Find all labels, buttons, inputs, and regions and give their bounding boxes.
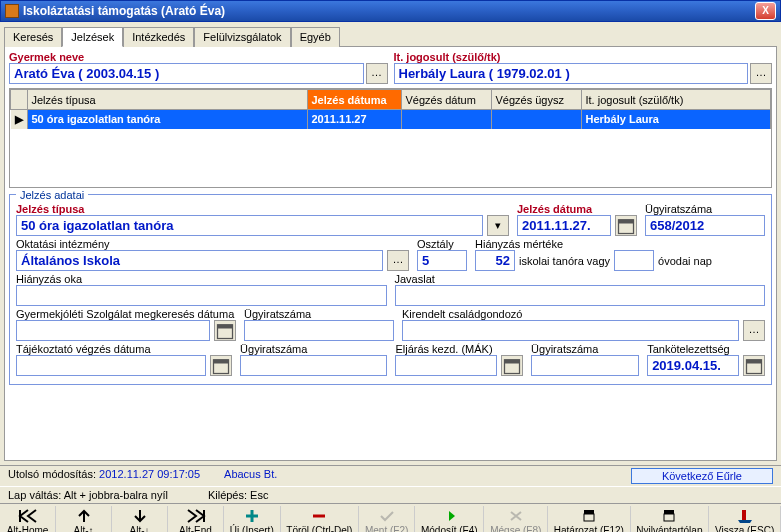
absence-lessons-input[interactable]: 52 xyxy=(475,250,515,271)
mak-calendar-button[interactable] xyxy=(501,355,523,376)
lastmod-value: 2012.11.27 09:17:05 xyxy=(99,468,200,480)
tab-kereses[interactable]: Keresés xyxy=(4,27,62,47)
mak-date-input[interactable] xyxy=(395,355,497,376)
child-name-label: Gyermek neve xyxy=(9,51,388,63)
svg-rect-3 xyxy=(218,324,233,328)
gysz-caseno-input[interactable] xyxy=(244,320,394,341)
absence-days-input[interactable] xyxy=(614,250,654,271)
mak-caseno-label: Ügyiratszáma xyxy=(531,343,639,355)
nav-first-button[interactable]: Alt-Home xyxy=(0,506,56,532)
guardian-label: It. jogosult (szülő/tk) xyxy=(394,51,773,63)
svg-rect-14 xyxy=(742,510,746,520)
company-label: Abacus Bt. xyxy=(224,468,277,484)
tab-felulvizsgalatok[interactable]: Felülvizsgálatok xyxy=(194,27,290,47)
registry-button[interactable]: Nyilvántartólap xyxy=(631,506,710,532)
type-label: Jelzés típusa xyxy=(16,203,509,215)
gysz-label: Gyermekjóléti Szolgálat megkeresés dátum… xyxy=(16,308,236,320)
hint-bar: Lap váltás: Alt + jobbra-balra nyíl Kilé… xyxy=(0,486,781,503)
svg-rect-13 xyxy=(664,510,674,514)
tab-panel: Gyermek neve Arató Éva ( 2003.04.15 ) … … xyxy=(4,46,777,461)
child-name-picker[interactable]: … xyxy=(366,63,388,84)
mak-label: Eljárás kezd. (MÁK) xyxy=(395,343,523,355)
status-bar: Utolsó módosítás: 2012.11.27 09:17:05 Ab… xyxy=(0,465,781,486)
taj-caseno-input[interactable] xyxy=(240,355,387,376)
kirendelt-picker[interactable]: … xyxy=(743,320,765,341)
class-input[interactable]: 5 xyxy=(417,250,467,271)
guardian-value: Herbály Laura ( 1979.02.01 ) xyxy=(394,63,749,84)
cancel-button[interactable]: Mégse (F8) xyxy=(484,506,548,532)
mak-caseno-input[interactable] xyxy=(531,355,639,376)
col-date[interactable]: Jelzés dátuma xyxy=(307,90,401,110)
proposal-input[interactable] xyxy=(395,285,766,306)
absence-amount-label: Hiányzás mértéke xyxy=(475,238,765,250)
taj-date-input[interactable] xyxy=(16,355,206,376)
bottom-toolbar: Alt-Home Alt-↑ Alt-↓ Alt-End Új (Insert)… xyxy=(0,503,781,532)
tankot-input[interactable]: 2019.04.15. xyxy=(647,355,739,376)
col-type[interactable]: Jelzés típusa xyxy=(27,90,307,110)
signals-table[interactable]: Jelzés típusa Jelzés dátuma Végzés dátum… xyxy=(9,88,772,188)
row-indicator-header xyxy=(11,90,28,110)
school-input[interactable]: Általános Iskola xyxy=(16,250,383,271)
absence-days-suffix: óvodai nap xyxy=(658,255,712,267)
caseno-input[interactable]: 658/2012 xyxy=(645,215,765,236)
type-input[interactable]: 50 óra igazolatlan tanóra xyxy=(16,215,483,236)
taj-calendar-button[interactable] xyxy=(210,355,232,376)
row-pointer-icon: ▶ xyxy=(11,110,28,129)
cell-type: 50 óra igazolatlan tanóra xyxy=(27,110,307,129)
next-form-button[interactable]: Következő Eűrle xyxy=(631,468,773,484)
hint-kilepes: Kilépés: Esc xyxy=(208,489,269,501)
edit-button[interactable]: Módosít (F4) xyxy=(415,506,484,532)
cell-guardian: Herbály Laura xyxy=(581,110,771,129)
cell-vugsz xyxy=(491,110,581,129)
tankot-label: Tankötelezettség xyxy=(647,343,765,355)
app-icon xyxy=(5,4,19,18)
caseno-label: Ügyiratszáma xyxy=(645,203,765,215)
kirendelt-label: Kirendelt családgondozó xyxy=(402,308,765,320)
guardian-picker[interactable]: … xyxy=(750,63,772,84)
title-bar: Iskoláztatási támogatás (Arató Éva) X xyxy=(0,0,781,22)
hint-lapvaltas: Lap váltás: Alt + jobbra-balra nyíl xyxy=(8,489,168,501)
tab-egyeb[interactable]: Egyéb xyxy=(291,27,340,47)
proposal-label: Javaslat xyxy=(395,273,766,285)
svg-rect-5 xyxy=(214,359,229,363)
nav-down-button[interactable]: Alt-↓ xyxy=(112,506,168,532)
absence-reason-label: Hiányzás oka xyxy=(16,273,387,285)
close-button[interactable]: X xyxy=(755,2,776,20)
gysz-date-input[interactable] xyxy=(16,320,210,341)
window-title: Iskoláztatási támogatás (Arató Éva) xyxy=(23,4,755,18)
signal-details: Jelzés adatai Jelzés típusa 50 óra igazo… xyxy=(9,194,772,385)
cell-vdate xyxy=(401,110,491,129)
svg-rect-12 xyxy=(664,514,674,521)
tab-jelzesek[interactable]: Jelzések xyxy=(62,27,123,47)
nav-up-button[interactable]: Alt-↑ xyxy=(56,506,112,532)
table-row[interactable]: ▶ 50 óra igazolatlan tanóra 2011.11.27 H… xyxy=(11,110,771,129)
col-guardian[interactable]: It. jogosult (szülő/tk) xyxy=(581,90,771,110)
tab-intezkedes[interactable]: Intézkedés xyxy=(123,27,194,47)
type-dropdown-button[interactable]: ▾ xyxy=(487,215,509,236)
date-calendar-button[interactable] xyxy=(615,215,637,236)
school-picker[interactable]: … xyxy=(387,250,409,271)
kirendelt-input[interactable] xyxy=(402,320,739,341)
nav-last-button[interactable]: Alt-End xyxy=(168,506,224,532)
tab-strip: Keresés Jelzések Intézkedés Felülvizsgál… xyxy=(0,22,781,46)
details-legend: Jelzés adatai xyxy=(16,189,88,201)
gysz-calendar-button[interactable] xyxy=(214,320,236,341)
resolution-button[interactable]: Határozat (F12) xyxy=(548,506,630,532)
svg-rect-7 xyxy=(505,359,520,363)
new-button[interactable]: Új (Insert) xyxy=(224,506,281,532)
back-button[interactable]: Vissza (ESC) xyxy=(709,506,781,532)
save-button[interactable]: Ment (F2) xyxy=(359,506,415,532)
taj-label: Tájékoztató végzés dátuma xyxy=(16,343,232,355)
absence-reason-input[interactable] xyxy=(16,285,387,306)
absence-lessons-suffix: iskolai tanóra vagy xyxy=(519,255,610,267)
child-name-value: Arató Éva ( 2003.04.15 ) xyxy=(9,63,364,84)
cell-date: 2011.11.27 xyxy=(307,110,401,129)
taj-caseno-label: Ügyiratszáma xyxy=(240,343,387,355)
col-vdate[interactable]: Végzés dátum xyxy=(401,90,491,110)
svg-rect-11 xyxy=(584,510,594,514)
date-input[interactable]: 2011.11.27. xyxy=(517,215,611,236)
delete-button[interactable]: Töröl (Ctrl-Del) xyxy=(281,506,360,532)
tankot-calendar-button[interactable] xyxy=(743,355,765,376)
col-vugsz[interactable]: Végzés ügysz xyxy=(491,90,581,110)
svg-rect-1 xyxy=(619,219,634,223)
